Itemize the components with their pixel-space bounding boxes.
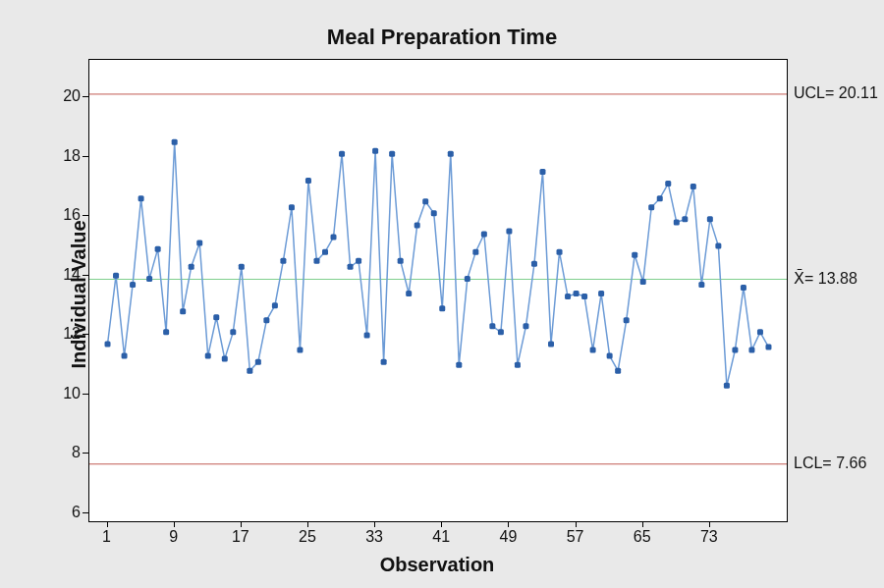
- x-tick-label: 57: [561, 528, 590, 546]
- data-point: [289, 204, 295, 210]
- data-point: [331, 235, 337, 241]
- data-point: [456, 362, 462, 368]
- y-axis-label: Individual Value: [68, 220, 90, 368]
- data-point: [414, 222, 420, 228]
- data-point: [247, 368, 252, 374]
- data-point: [122, 353, 128, 359]
- y-tick-label: 14: [41, 266, 81, 284]
- data-point: [239, 264, 245, 270]
- data-point: [105, 341, 111, 347]
- x-tick-label: 25: [293, 528, 322, 546]
- data-point: [574, 291, 580, 296]
- data-point: [674, 219, 680, 225]
- y-tick-label: 16: [41, 206, 81, 224]
- data-point: [146, 276, 152, 282]
- data-point: [180, 308, 186, 314]
- control-chart: Meal Preparation Time Individual Value O…: [0, 0, 884, 588]
- data-point: [548, 341, 554, 347]
- data-point: [465, 276, 470, 282]
- x-tick-label: 33: [359, 528, 389, 546]
- x-tick-label: 73: [694, 528, 724, 546]
- data-point: [222, 356, 228, 362]
- data-point: [506, 228, 512, 234]
- data-point: [715, 243, 721, 249]
- data-point: [565, 294, 571, 299]
- data-point: [372, 148, 378, 154]
- data-point: [356, 258, 361, 264]
- y-tick-label: 18: [41, 147, 81, 165]
- data-point: [422, 198, 428, 204]
- data-point: [724, 383, 730, 389]
- data-point: [230, 329, 236, 335]
- x-tick-label: 17: [226, 528, 255, 546]
- data-point: [364, 332, 370, 338]
- data-point: [272, 302, 278, 308]
- lcl-label: LCL= 7.66: [794, 454, 866, 472]
- data-line: [108, 142, 769, 386]
- mean-label: X̄= 13.88: [794, 269, 857, 288]
- y-tick-label: 10: [41, 385, 81, 402]
- data-point: [757, 329, 763, 335]
- x-tick-label: 9: [159, 528, 189, 546]
- data-point: [489, 323, 495, 329]
- data-point: [213, 314, 219, 320]
- x-tick-label: 49: [493, 528, 523, 546]
- data-point: [113, 273, 119, 279]
- data-point: [205, 353, 211, 359]
- data-point: [648, 204, 654, 210]
- x-tick-label: 1: [92, 528, 122, 546]
- data-point: [581, 294, 587, 299]
- data-point: [590, 347, 596, 353]
- chart-svg: [89, 60, 787, 521]
- data-point: [348, 264, 354, 270]
- data-point: [189, 264, 194, 270]
- data-point: [313, 258, 319, 264]
- data-point: [280, 258, 286, 264]
- y-tick-label: 12: [41, 325, 81, 343]
- data-point: [389, 151, 395, 157]
- data-point: [448, 151, 454, 157]
- data-point: [748, 347, 754, 353]
- data-point: [498, 329, 504, 335]
- data-point: [657, 195, 663, 201]
- ucl-label: UCL= 20.11: [794, 84, 878, 102]
- data-point: [138, 195, 144, 201]
- data-point: [624, 317, 630, 323]
- data-point: [305, 178, 311, 184]
- data-point: [381, 359, 387, 365]
- x-tick-label: 65: [628, 528, 657, 546]
- data-point: [539, 169, 545, 175]
- data-point: [665, 181, 671, 187]
- data-point: [615, 368, 621, 374]
- data-point: [741, 285, 746, 291]
- data-point: [398, 258, 404, 264]
- data-point: [691, 184, 696, 189]
- data-point: [515, 362, 521, 368]
- data-point: [155, 246, 161, 252]
- data-point: [172, 139, 178, 145]
- plot-area: [88, 59, 788, 522]
- data-point: [255, 359, 261, 365]
- data-point: [297, 347, 303, 353]
- data-point: [682, 216, 688, 222]
- data-point: [632, 252, 637, 258]
- data-point: [732, 347, 738, 353]
- y-tick-label: 20: [41, 87, 81, 105]
- data-point: [196, 241, 202, 246]
- data-point: [523, 323, 528, 329]
- y-tick-label: 6: [41, 504, 81, 521]
- data-point: [439, 305, 445, 311]
- data-point: [263, 317, 269, 323]
- data-point: [406, 291, 412, 296]
- data-point: [431, 210, 437, 216]
- chart-title: Meal Preparation Time: [0, 25, 884, 50]
- data-point: [765, 345, 771, 350]
- data-point: [598, 291, 604, 296]
- data-point: [163, 329, 169, 335]
- x-axis-label: Observation: [88, 554, 786, 576]
- data-point: [531, 261, 537, 267]
- data-point: [339, 151, 345, 157]
- y-tick-label: 8: [41, 444, 81, 461]
- data-point: [472, 249, 478, 255]
- data-point: [557, 249, 563, 255]
